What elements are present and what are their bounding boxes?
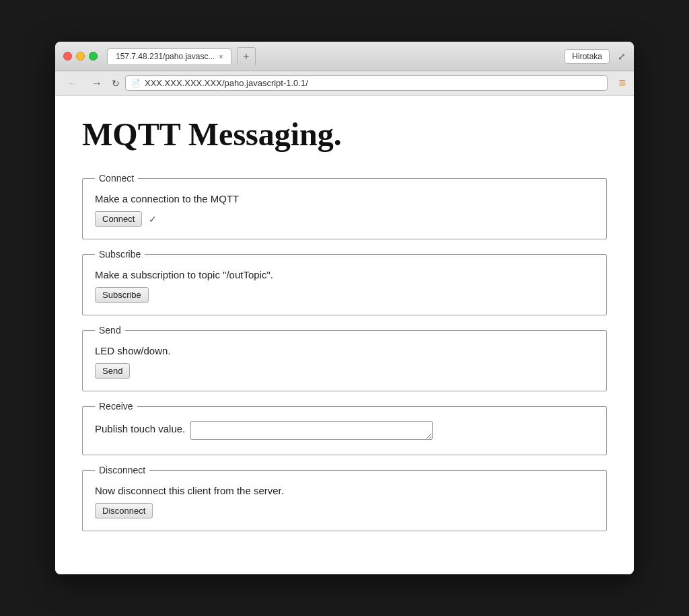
connect-section: Connect Make a connection to the MQTT Co… [82,173,607,239]
page-content: MQTT Messaging. Connect Make a connectio… [55,95,634,574]
subscribe-section: Subscribe Make a subscription to topic "… [82,249,607,315]
connect-button[interactable]: Connect [95,211,142,227]
disconnect-legend: Disconnect [95,465,149,475]
connect-button-row: Connect ✓ [95,211,594,227]
connect-checkmark: ✓ [149,214,157,225]
receive-legend: Receive [95,401,137,412]
address-text: XXX.XXX.XXX.XXX/paho.javascript-1.0.1/ [145,78,308,88]
receive-section: Receive Publish touch value. [82,401,607,455]
address-bar: ← → ↻ 📄 XXX.XXX.XXX.XXX/paho.javascript-… [55,71,634,95]
receive-description: Publish touch value. [95,423,185,434]
back-button[interactable]: ← [63,76,82,91]
receive-row: Publish touch value. [95,421,594,442]
subscribe-button[interactable]: Subscribe [95,287,149,303]
disconnect-section: Disconnect Now disconnect this client fr… [82,465,607,531]
browser-window: 157.7.48.231/paho.javasc... × + Hirotaka… [55,42,634,574]
connect-description: Make a connection to the MQTT [95,193,594,204]
subscribe-description: Make a subscription to topic "/outTopic"… [95,269,594,280]
user-profile: Hirotaka [565,49,610,64]
minimize-button[interactable] [76,52,85,61]
tab-title: 157.7.48.231/paho.javasc... [116,52,215,61]
address-input[interactable]: 📄 XXX.XXX.XXX.XXX/paho.javascript-1.0.1/ [125,75,608,91]
page-title: MQTT Messaging. [82,116,607,153]
send-description: LED show/down. [95,345,594,356]
connect-legend: Connect [95,173,138,184]
title-bar: 157.7.48.231/paho.javasc... × + Hirotaka… [55,42,634,71]
tab-close-button[interactable]: × [219,53,223,61]
subscribe-legend: Subscribe [95,249,145,260]
send-legend: Send [95,325,125,336]
send-button[interactable]: Send [95,363,130,379]
traffic-lights [63,52,98,61]
forward-button[interactable]: → [87,76,106,91]
file-icon: 📄 [131,79,141,87]
receive-textarea[interactable] [190,421,433,440]
close-button[interactable] [63,52,72,61]
refresh-button[interactable]: ↻ [112,78,120,89]
maximize-button[interactable] [89,52,98,61]
disconnect-description: Now disconnect this client from the serv… [95,485,594,496]
new-tab-button[interactable]: + [237,47,255,65]
active-tab[interactable]: 157.7.48.231/paho.javasc... × [107,48,231,64]
menu-icon[interactable]: ≡ [618,76,626,90]
expand-icon[interactable]: ⤢ [618,51,626,62]
send-section: Send LED show/down. Send [82,325,607,391]
disconnect-button[interactable]: Disconnect [95,503,153,518]
